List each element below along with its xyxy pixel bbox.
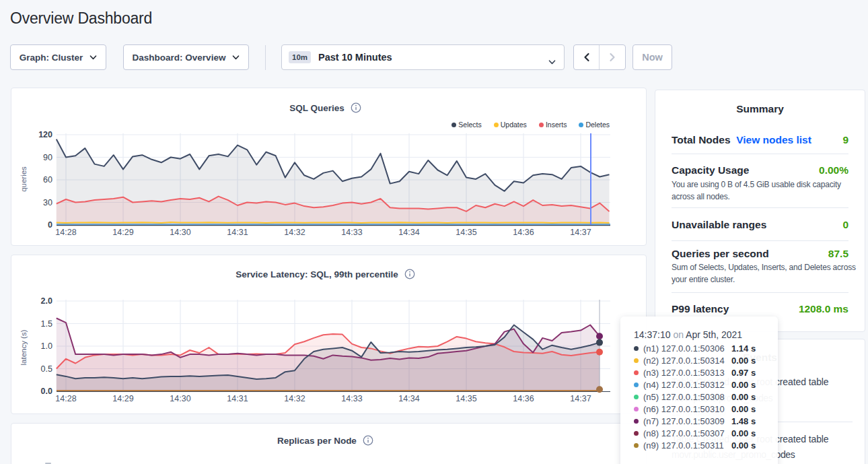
svg-text:14:32: 14:32	[284, 228, 305, 237]
svg-text:1.5: 1.5	[41, 319, 52, 329]
svg-text:14:36: 14:36	[513, 394, 534, 403]
svg-text:14:30: 14:30	[170, 228, 190, 237]
svg-text:0.0: 0.0	[41, 387, 52, 396]
svg-text:14:28: 14:28	[55, 228, 76, 237]
svg-text:90: 90	[43, 153, 52, 162]
svg-text:14:35: 14:35	[456, 394, 476, 403]
svg-text:latency (s): latency (s)	[20, 329, 28, 365]
svg-text:14:31: 14:31	[227, 394, 248, 403]
svg-text:14:28: 14:28	[55, 394, 76, 403]
svg-text:14:34: 14:34	[398, 394, 419, 403]
svg-text:14:36: 14:36	[513, 228, 534, 237]
svg-text:0: 0	[48, 220, 52, 230]
svg-text:120: 120	[38, 130, 52, 139]
svg-text:1.0: 1.0	[41, 341, 52, 351]
svg-text:0.5: 0.5	[41, 364, 52, 374]
svg-text:14:29: 14:29	[112, 228, 133, 237]
svg-text:14:29: 14:29	[112, 394, 133, 403]
svg-text:60: 60	[43, 175, 52, 185]
svg-text:30: 30	[43, 198, 52, 207]
svg-text:14:32: 14:32	[284, 394, 305, 403]
svg-text:14:37: 14:37	[570, 394, 591, 403]
svg-text:2.0: 2.0	[41, 296, 52, 306]
svg-text:14:30: 14:30	[170, 394, 190, 403]
svg-text:14:34: 14:34	[398, 228, 419, 237]
svg-text:14:33: 14:33	[341, 394, 362, 403]
svg-text:14:31: 14:31	[227, 228, 248, 237]
svg-text:14:33: 14:33	[341, 228, 362, 237]
svg-text:14:35: 14:35	[456, 228, 476, 237]
svg-text:14:37: 14:37	[570, 228, 591, 237]
svg-text:queries: queries	[20, 166, 28, 192]
